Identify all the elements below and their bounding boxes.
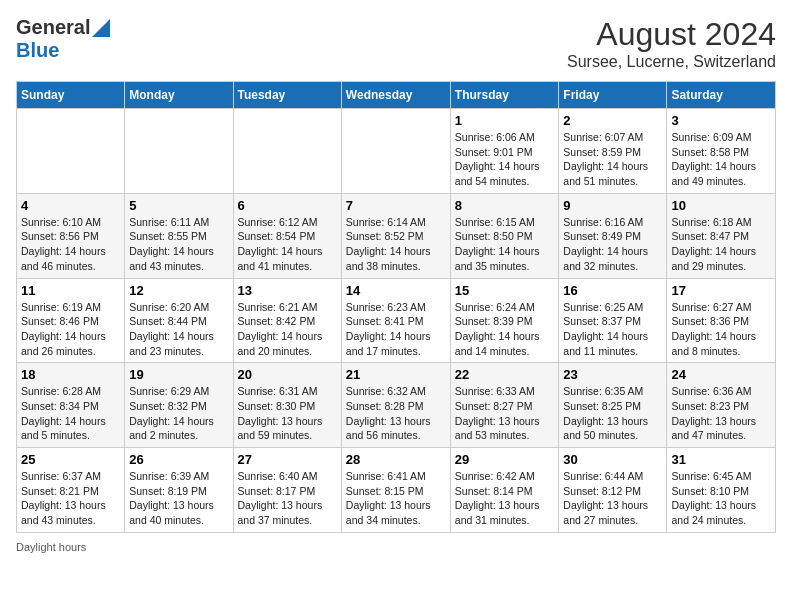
page-subtitle: Sursee, Lucerne, Switzerland — [567, 53, 776, 71]
calendar-cell: 19Sunrise: 6:29 AM Sunset: 8:32 PM Dayli… — [125, 363, 233, 448]
day-info: Sunrise: 6:45 AM Sunset: 8:10 PM Dayligh… — [671, 469, 771, 528]
day-number: 8 — [455, 198, 555, 213]
page-title: August 2024 — [567, 16, 776, 53]
day-info: Sunrise: 6:11 AM Sunset: 8:55 PM Dayligh… — [129, 215, 228, 274]
calendar-cell — [341, 109, 450, 194]
day-number: 29 — [455, 452, 555, 467]
day-info: Sunrise: 6:23 AM Sunset: 8:41 PM Dayligh… — [346, 300, 446, 359]
day-number: 23 — [563, 367, 662, 382]
day-number: 15 — [455, 283, 555, 298]
calendar-cell: 10Sunrise: 6:18 AM Sunset: 8:47 PM Dayli… — [667, 193, 776, 278]
calendar-cell: 31Sunrise: 6:45 AM Sunset: 8:10 PM Dayli… — [667, 448, 776, 533]
calendar-cell — [17, 109, 125, 194]
day-number: 17 — [671, 283, 771, 298]
calendar-header-row: SundayMondayTuesdayWednesdayThursdayFrid… — [17, 82, 776, 109]
day-number: 7 — [346, 198, 446, 213]
calendar-week-5: 25Sunrise: 6:37 AM Sunset: 8:21 PM Dayli… — [17, 448, 776, 533]
day-info: Sunrise: 6:31 AM Sunset: 8:30 PM Dayligh… — [238, 384, 337, 443]
day-number: 22 — [455, 367, 555, 382]
day-number: 16 — [563, 283, 662, 298]
day-info: Sunrise: 6:44 AM Sunset: 8:12 PM Dayligh… — [563, 469, 662, 528]
day-number: 31 — [671, 452, 771, 467]
calendar-week-1: 1Sunrise: 6:06 AM Sunset: 9:01 PM Daylig… — [17, 109, 776, 194]
footer: Daylight hours — [16, 541, 776, 553]
calendar-cell: 12Sunrise: 6:20 AM Sunset: 8:44 PM Dayli… — [125, 278, 233, 363]
day-number: 11 — [21, 283, 120, 298]
calendar-cell: 5Sunrise: 6:11 AM Sunset: 8:55 PM Daylig… — [125, 193, 233, 278]
day-info: Sunrise: 6:12 AM Sunset: 8:54 PM Dayligh… — [238, 215, 337, 274]
column-header-thursday: Thursday — [450, 82, 559, 109]
calendar-cell: 27Sunrise: 6:40 AM Sunset: 8:17 PM Dayli… — [233, 448, 341, 533]
day-info: Sunrise: 6:16 AM Sunset: 8:49 PM Dayligh… — [563, 215, 662, 274]
calendar-cell: 3Sunrise: 6:09 AM Sunset: 8:58 PM Daylig… — [667, 109, 776, 194]
calendar-cell: 15Sunrise: 6:24 AM Sunset: 8:39 PM Dayli… — [450, 278, 559, 363]
svg-marker-0 — [92, 19, 110, 37]
day-info: Sunrise: 6:14 AM Sunset: 8:52 PM Dayligh… — [346, 215, 446, 274]
calendar-cell: 14Sunrise: 6:23 AM Sunset: 8:41 PM Dayli… — [341, 278, 450, 363]
day-number: 13 — [238, 283, 337, 298]
day-number: 6 — [238, 198, 337, 213]
day-number: 28 — [346, 452, 446, 467]
day-info: Sunrise: 6:21 AM Sunset: 8:42 PM Dayligh… — [238, 300, 337, 359]
day-info: Sunrise: 6:20 AM Sunset: 8:44 PM Dayligh… — [129, 300, 228, 359]
day-number: 27 — [238, 452, 337, 467]
calendar-cell: 1Sunrise: 6:06 AM Sunset: 9:01 PM Daylig… — [450, 109, 559, 194]
calendar-cell: 24Sunrise: 6:36 AM Sunset: 8:23 PM Dayli… — [667, 363, 776, 448]
logo-general-text: General — [16, 16, 90, 39]
calendar-cell: 23Sunrise: 6:35 AM Sunset: 8:25 PM Dayli… — [559, 363, 667, 448]
calendar-cell: 20Sunrise: 6:31 AM Sunset: 8:30 PM Dayli… — [233, 363, 341, 448]
calendar-cell: 7Sunrise: 6:14 AM Sunset: 8:52 PM Daylig… — [341, 193, 450, 278]
day-number: 5 — [129, 198, 228, 213]
day-info: Sunrise: 6:40 AM Sunset: 8:17 PM Dayligh… — [238, 469, 337, 528]
day-number: 19 — [129, 367, 228, 382]
calendar-cell: 21Sunrise: 6:32 AM Sunset: 8:28 PM Dayli… — [341, 363, 450, 448]
day-number: 18 — [21, 367, 120, 382]
day-info: Sunrise: 6:19 AM Sunset: 8:46 PM Dayligh… — [21, 300, 120, 359]
footer-text: Daylight hours — [16, 541, 86, 553]
calendar-cell: 11Sunrise: 6:19 AM Sunset: 8:46 PM Dayli… — [17, 278, 125, 363]
day-number: 30 — [563, 452, 662, 467]
day-info: Sunrise: 6:33 AM Sunset: 8:27 PM Dayligh… — [455, 384, 555, 443]
day-number: 9 — [563, 198, 662, 213]
calendar-table: SundayMondayTuesdayWednesdayThursdayFrid… — [16, 81, 776, 533]
calendar-cell: 16Sunrise: 6:25 AM Sunset: 8:37 PM Dayli… — [559, 278, 667, 363]
day-number: 10 — [671, 198, 771, 213]
calendar-cell: 6Sunrise: 6:12 AM Sunset: 8:54 PM Daylig… — [233, 193, 341, 278]
day-number: 20 — [238, 367, 337, 382]
calendar-cell — [233, 109, 341, 194]
day-info: Sunrise: 6:24 AM Sunset: 8:39 PM Dayligh… — [455, 300, 555, 359]
column-header-sunday: Sunday — [17, 82, 125, 109]
day-info: Sunrise: 6:37 AM Sunset: 8:21 PM Dayligh… — [21, 469, 120, 528]
day-info: Sunrise: 6:18 AM Sunset: 8:47 PM Dayligh… — [671, 215, 771, 274]
day-number: 1 — [455, 113, 555, 128]
day-info: Sunrise: 6:10 AM Sunset: 8:56 PM Dayligh… — [21, 215, 120, 274]
logo: General Blue — [16, 16, 110, 62]
day-info: Sunrise: 6:06 AM Sunset: 9:01 PM Dayligh… — [455, 130, 555, 189]
day-info: Sunrise: 6:27 AM Sunset: 8:36 PM Dayligh… — [671, 300, 771, 359]
day-number: 4 — [21, 198, 120, 213]
calendar-cell: 13Sunrise: 6:21 AM Sunset: 8:42 PM Dayli… — [233, 278, 341, 363]
day-info: Sunrise: 6:41 AM Sunset: 8:15 PM Dayligh… — [346, 469, 446, 528]
day-info: Sunrise: 6:28 AM Sunset: 8:34 PM Dayligh… — [21, 384, 120, 443]
day-number: 2 — [563, 113, 662, 128]
day-number: 3 — [671, 113, 771, 128]
column-header-saturday: Saturday — [667, 82, 776, 109]
logo-blue-text: Blue — [16, 39, 59, 61]
day-info: Sunrise: 6:42 AM Sunset: 8:14 PM Dayligh… — [455, 469, 555, 528]
calendar-cell — [125, 109, 233, 194]
calendar-cell: 29Sunrise: 6:42 AM Sunset: 8:14 PM Dayli… — [450, 448, 559, 533]
day-info: Sunrise: 6:36 AM Sunset: 8:23 PM Dayligh… — [671, 384, 771, 443]
day-number: 26 — [129, 452, 228, 467]
column-header-wednesday: Wednesday — [341, 82, 450, 109]
column-header-monday: Monday — [125, 82, 233, 109]
day-info: Sunrise: 6:29 AM Sunset: 8:32 PM Dayligh… — [129, 384, 228, 443]
page-header: General Blue August 2024 Sursee, Lucerne… — [16, 16, 776, 71]
day-number: 21 — [346, 367, 446, 382]
calendar-cell: 18Sunrise: 6:28 AM Sunset: 8:34 PM Dayli… — [17, 363, 125, 448]
day-info: Sunrise: 6:07 AM Sunset: 8:59 PM Dayligh… — [563, 130, 662, 189]
calendar-cell: 2Sunrise: 6:07 AM Sunset: 8:59 PM Daylig… — [559, 109, 667, 194]
calendar-week-4: 18Sunrise: 6:28 AM Sunset: 8:34 PM Dayli… — [17, 363, 776, 448]
day-number: 14 — [346, 283, 446, 298]
calendar-cell: 17Sunrise: 6:27 AM Sunset: 8:36 PM Dayli… — [667, 278, 776, 363]
calendar-cell: 22Sunrise: 6:33 AM Sunset: 8:27 PM Dayli… — [450, 363, 559, 448]
